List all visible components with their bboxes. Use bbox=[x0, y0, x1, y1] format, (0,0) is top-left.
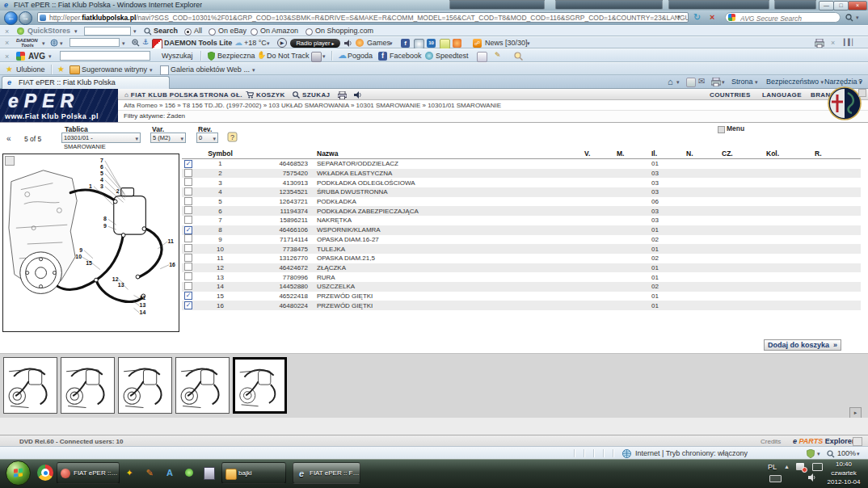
quickstores-dropdown-icon[interactable]: ▾ bbox=[74, 28, 78, 35]
avg-weather-label[interactable]: Pogoda bbox=[348, 52, 373, 60]
var-select[interactable]: ▾5 (M2) bbox=[150, 133, 186, 143]
quicklaunch-brush-icon[interactable]: ✎ bbox=[143, 466, 156, 479]
row-checkbox[interactable] bbox=[182, 187, 198, 197]
forward-button[interactable]: → bbox=[19, 11, 32, 25]
notes-icon[interactable] bbox=[477, 52, 487, 62]
radio-amazon[interactable] bbox=[251, 28, 258, 36]
table-row[interactable]: ✓846466106WSPORNIK/KLAMRA01 bbox=[182, 225, 861, 235]
radio-play-icon[interactable]: ▶ bbox=[277, 38, 287, 48]
rev-select[interactable]: ▾0 bbox=[196, 133, 218, 143]
tray-language[interactable]: PL bbox=[768, 463, 777, 471]
toolbar-close-icon[interactable]: × bbox=[5, 27, 9, 36]
eper-speaker-icon[interactable] bbox=[354, 91, 362, 99]
avg-toolbar-search-input[interactable] bbox=[60, 51, 150, 61]
eper-logo-block[interactable]: ePER www.Fiat Klub Polska .pl bbox=[0, 89, 118, 123]
row-checkbox[interactable] bbox=[182, 263, 198, 272]
tablica-select[interactable]: ▾10301/01 - SMAROWANIE bbox=[61, 133, 141, 143]
radio-shopping-label[interactable]: On Shopping.com bbox=[315, 27, 373, 35]
row-checkbox[interactable]: ✓ bbox=[182, 292, 198, 300]
minimize-button[interactable]: — bbox=[819, 1, 834, 11]
table-row[interactable]: ✓146468523SEPARATOR/ODDZIELACZ01 bbox=[182, 159, 861, 169]
quicklaunch-calculator-icon[interactable] bbox=[204, 467, 215, 480]
diagram-thumbnail-3[interactable] bbox=[118, 357, 172, 414]
menu-toggle[interactable]: Menu bbox=[727, 124, 744, 133]
row-checkbox[interactable]: ✓ bbox=[182, 226, 198, 234]
diagram-thumbnail-2[interactable] bbox=[61, 357, 115, 414]
printer-icon[interactable] bbox=[815, 39, 824, 48]
zoom-level[interactable]: 100% bbox=[837, 449, 856, 457]
nav-language[interactable]: LANGUAGE bbox=[762, 91, 802, 99]
do-not-track-label[interactable]: Do Not Track bbox=[267, 52, 310, 60]
tools-menu[interactable]: Narzędzia ▾ bbox=[824, 78, 862, 86]
diagram-thumbnail-4[interactable] bbox=[175, 357, 230, 414]
facebook-icon[interactable]: f bbox=[401, 39, 410, 48]
taskbar-window-dvd[interactable]: FIAT ePER :: Fiat Klub... bbox=[57, 462, 120, 484]
speaker-icon[interactable] bbox=[344, 40, 352, 47]
row-checkbox[interactable]: ✓ bbox=[182, 301, 198, 309]
help-menu[interactable]: ? bbox=[858, 78, 862, 86]
radio-ebay[interactable] bbox=[209, 28, 216, 36]
protection-shield-icon[interactable] bbox=[807, 449, 815, 458]
suggested-dropdown-icon[interactable]: ▾ bbox=[150, 67, 153, 74]
table-row[interactable]: 27575420WKŁADKA ELASTYCZNA03 bbox=[182, 169, 861, 179]
ten-badge-icon[interactable]: 10 bbox=[427, 39, 436, 48]
zoom-icon[interactable] bbox=[827, 450, 835, 458]
trash-dropdown-icon[interactable]: ▾ bbox=[322, 53, 326, 60]
row-checkbox[interactable] bbox=[182, 169, 198, 179]
home-icon[interactable]: ⌂ bbox=[668, 77, 673, 86]
news-label[interactable]: News [30/30] bbox=[485, 39, 528, 47]
avg-secure-label[interactable]: Bezpieczna bbox=[217, 52, 255, 60]
nav-fiat-klub-polska[interactable]: ⌂ FIAT KLUB POLSKA bbox=[124, 91, 198, 99]
pager-prev-button[interactable]: « bbox=[6, 134, 11, 143]
row-checkbox[interactable] bbox=[182, 282, 198, 292]
nav-koszyk[interactable]: KOSZYK bbox=[256, 91, 285, 99]
suggested-sites-label[interactable]: Sugerowane witryny bbox=[82, 65, 147, 74]
daemon-search-input[interactable] bbox=[70, 38, 120, 47]
table-row[interactable]: 512643721PODKŁADKA06 bbox=[182, 197, 861, 207]
taskbar-window-ie[interactable]: e FIAT ePER :: Fiat Klub... bbox=[293, 462, 360, 484]
zoom-plus-icon[interactable] bbox=[132, 39, 140, 47]
feeds-icon[interactable] bbox=[686, 78, 696, 87]
start-button[interactable] bbox=[6, 461, 31, 486]
search-icon[interactable] bbox=[845, 14, 853, 22]
table-row[interactable]: 971714114OPASKA DIAM.16-2702 bbox=[182, 235, 861, 245]
web-gallery-label[interactable]: Galeria obiektów Web ... bbox=[171, 65, 250, 74]
diagram-thumbnail-5[interactable] bbox=[233, 357, 287, 414]
diagram-corner-icon[interactable] bbox=[5, 156, 15, 166]
taskbar-window-bajki[interactable]: bajki bbox=[221, 462, 286, 484]
magnifier-icon[interactable] bbox=[514, 52, 523, 61]
radio-amazon-label[interactable]: On Amazon bbox=[260, 27, 298, 35]
zoom-dropdown-icon[interactable]: ▾ bbox=[857, 451, 860, 457]
row-checkbox[interactable] bbox=[182, 254, 198, 263]
background-window[interactable] bbox=[668, 0, 769, 10]
volume-icon[interactable] bbox=[808, 473, 816, 482]
url-field[interactable]: http://eper.fiatklubpolska.pl/navi?SGS_C… bbox=[37, 12, 689, 23]
refresh-icon[interactable]: ↻ bbox=[693, 11, 701, 23]
thumb-scroll-right-button[interactable]: ▸ bbox=[849, 407, 862, 419]
games-label[interactable]: Games bbox=[367, 39, 390, 47]
close-button[interactable]: × bbox=[848, 1, 867, 11]
add-favorite-star-icon[interactable]: ★ bbox=[57, 65, 65, 74]
daemon-dropdown-icon[interactable]: ▾ bbox=[42, 40, 45, 47]
search-options-dropdown-icon[interactable]: ▾ bbox=[856, 15, 859, 21]
background-window[interactable] bbox=[555, 0, 663, 10]
add-to-cart-button[interactable]: Dodaj do koszyka » bbox=[764, 339, 841, 351]
table-row[interactable]: 611194374PODKŁADKA ZABEZPIECZAJĄCA03 bbox=[182, 206, 861, 216]
nav-countries[interactable]: COUNTRIES bbox=[710, 91, 751, 99]
favorites-label[interactable]: Ulubione bbox=[16, 65, 45, 74]
radio-all-label[interactable]: All bbox=[194, 27, 202, 35]
maximize-button[interactable]: □ bbox=[833, 1, 849, 11]
home-dropdown-icon[interactable]: ▾ bbox=[676, 79, 680, 86]
row-checkbox[interactable] bbox=[182, 216, 198, 225]
tray-expand-icon[interactable]: ▲ bbox=[784, 464, 790, 469]
quickstores-input-dropdown-icon[interactable]: ▾ bbox=[133, 28, 137, 35]
avg-dropdown-icon[interactable]: ▾ bbox=[48, 53, 52, 60]
print-dropdown-icon[interactable]: ▾ bbox=[722, 79, 725, 86]
daemon-lite-label[interactable]: DAEMON Tools Lite bbox=[164, 39, 232, 47]
print-icon[interactable] bbox=[711, 78, 721, 86]
row-checkbox[interactable] bbox=[182, 234, 198, 244]
table-row[interactable]: 137780996RURA01 bbox=[182, 272, 861, 282]
news-dropdown-icon[interactable]: ▾ bbox=[527, 40, 530, 47]
quickstores-search-input[interactable] bbox=[84, 27, 131, 36]
row-checkbox[interactable] bbox=[182, 197, 198, 207]
